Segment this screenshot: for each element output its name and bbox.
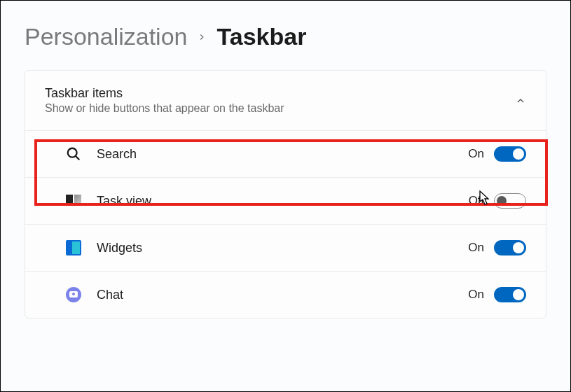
chevron-up-icon[interactable] — [515, 95, 526, 106]
row-search: Search On — [25, 130, 546, 177]
svg-point-0 — [68, 148, 77, 158]
row-chat: Chat On — [25, 271, 546, 318]
toggle-search[interactable] — [494, 146, 526, 162]
widgets-icon — [66, 240, 81, 255]
section-title: Taskbar items — [45, 86, 284, 101]
taskbar-items-card: Taskbar items Show or hide buttons that … — [25, 70, 546, 318]
section-header[interactable]: Taskbar items Show or hide buttons that … — [25, 71, 546, 130]
row-task-view: Task view Off — [25, 177, 546, 224]
toggle-state-label: On — [468, 147, 484, 161]
breadcrumb-current: Taskbar — [216, 23, 306, 50]
svg-line-1 — [76, 156, 80, 160]
chevron-right-icon — [197, 28, 207, 46]
taskview-icon — [66, 195, 81, 207]
row-label: Widgets — [87, 241, 468, 255]
search-icon — [66, 146, 81, 162]
breadcrumb-parent[interactable]: Personalization — [25, 23, 187, 50]
toggle-widgets[interactable] — [494, 240, 526, 255]
toggle-state-label: On — [468, 241, 484, 255]
chat-icon — [66, 287, 81, 302]
toggle-state-label: Off — [469, 194, 484, 208]
row-label: Task view — [87, 194, 469, 209]
breadcrumb: Personalization Taskbar — [25, 23, 546, 50]
toggle-state-label: On — [468, 288, 484, 302]
toggle-chat[interactable] — [494, 287, 526, 302]
section-subtitle: Show or hide buttons that appear on the … — [45, 102, 284, 115]
row-label: Chat — [87, 288, 468, 302]
row-widgets: Widgets On — [25, 224, 546, 271]
row-label: Search — [87, 147, 468, 162]
toggle-task-view[interactable] — [494, 193, 526, 209]
